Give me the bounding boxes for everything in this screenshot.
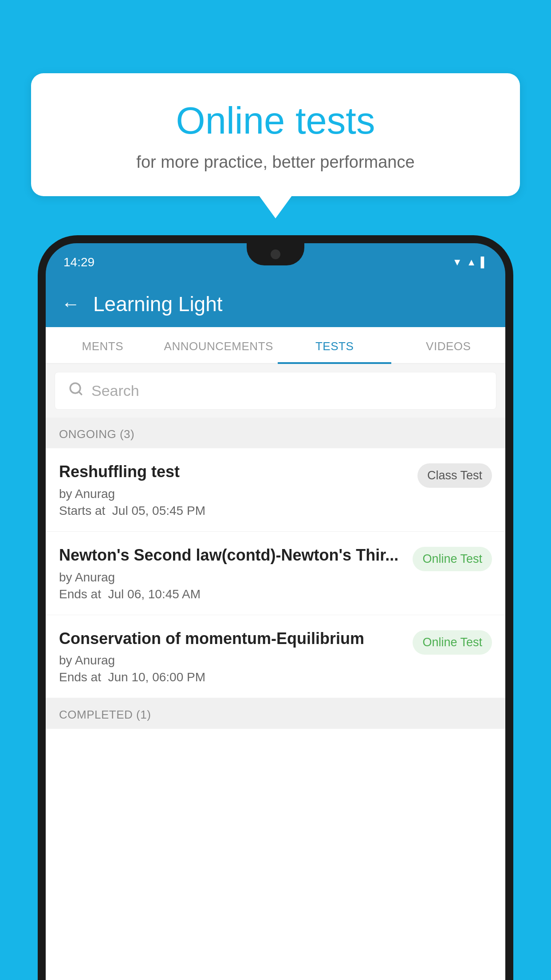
time-value-conservation: Jun 10, 06:00 PM xyxy=(108,670,205,684)
time-label-reshuffling: Starts at xyxy=(59,504,105,518)
bubble-subtitle: for more practice, better performance xyxy=(53,153,498,172)
badge-reshuffling: Class Test xyxy=(417,463,492,488)
test-info-reshuffling: Reshuffling test by Anurag Starts at Jul… xyxy=(59,462,409,518)
time-value-newton: Jul 06, 10:45 AM xyxy=(108,587,201,601)
test-info-conservation: Conservation of momentum-Equilibrium by … xyxy=(59,628,404,685)
test-time-conservation: Ends at Jun 10, 06:00 PM xyxy=(59,670,404,684)
test-name-newton: Newton's Second law(contd)-Newton's Thir… xyxy=(59,545,404,566)
tab-ments[interactable]: MENTS xyxy=(46,327,160,363)
test-info-newton: Newton's Second law(contd)-Newton's Thir… xyxy=(59,545,404,601)
signal-icon: ▲ xyxy=(467,257,476,268)
test-name-conservation: Conservation of momentum-Equilibrium xyxy=(59,628,404,649)
app-header: ← Learning Light xyxy=(46,281,505,327)
status-bar: 14:29 ▼ ▲ ▌ xyxy=(46,243,505,281)
search-placeholder: Search xyxy=(91,382,139,399)
ongoing-section-header: ONGOING (3) xyxy=(46,418,505,448)
wifi-icon: ▼ xyxy=(453,257,462,268)
test-item-newton[interactable]: Newton's Second law(contd)-Newton's Thir… xyxy=(46,532,505,615)
test-author-conservation: by Anurag xyxy=(59,653,404,668)
phone-screen: ← Learning Light MENTS ANNOUNCEMENTS TES… xyxy=(46,281,505,980)
bubble-title: Online tests xyxy=(53,100,498,142)
time-label-newton: Ends at xyxy=(59,587,101,601)
back-button[interactable]: ← xyxy=(61,295,80,313)
notch xyxy=(247,243,304,265)
status-time: 14:29 xyxy=(63,255,94,269)
svg-line-1 xyxy=(79,392,82,395)
badge-newton: Online Test xyxy=(413,547,492,571)
test-time-reshuffling: Starts at Jul 05, 05:45 PM xyxy=(59,504,409,518)
camera-dot xyxy=(271,249,280,259)
test-author-newton: by Anurag xyxy=(59,570,404,585)
status-icons: ▼ ▲ ▌ xyxy=(453,257,488,268)
search-box[interactable]: Search xyxy=(55,372,496,410)
tabs-bar: MENTS ANNOUNCEMENTS TESTS VIDEOS xyxy=(46,327,505,364)
test-author-reshuffling: by Anurag xyxy=(59,487,409,501)
tab-announcements[interactable]: ANNOUNCEMENTS xyxy=(160,327,278,363)
tab-videos[interactable]: VIDEOS xyxy=(391,327,505,363)
badge-conservation: Online Test xyxy=(413,630,492,655)
battery-icon: ▌ xyxy=(480,257,488,268)
test-time-newton: Ends at Jul 06, 10:45 AM xyxy=(59,587,404,601)
phone-outer-frame: 14:29 ▼ ▲ ▌ ← Learning Light MENTS ANNOU… xyxy=(38,235,513,980)
speech-bubble: Online tests for more practice, better p… xyxy=(31,73,520,196)
time-label-conservation: Ends at xyxy=(59,670,101,684)
completed-section-header: COMPLETED (1) xyxy=(46,698,505,729)
tab-tests[interactable]: TESTS xyxy=(278,327,392,363)
search-icon xyxy=(68,381,83,400)
app-title: Learning Light xyxy=(93,292,223,316)
test-item-reshuffling[interactable]: Reshuffling test by Anurag Starts at Jul… xyxy=(46,448,505,532)
phone-device: 14:29 ▼ ▲ ▌ ← Learning Light MENTS ANNOU… xyxy=(38,235,513,980)
test-name-reshuffling: Reshuffling test xyxy=(59,462,409,482)
test-item-conservation[interactable]: Conservation of momentum-Equilibrium by … xyxy=(46,615,505,699)
time-value-reshuffling: Jul 05, 05:45 PM xyxy=(112,504,205,518)
search-container: Search xyxy=(46,364,505,418)
